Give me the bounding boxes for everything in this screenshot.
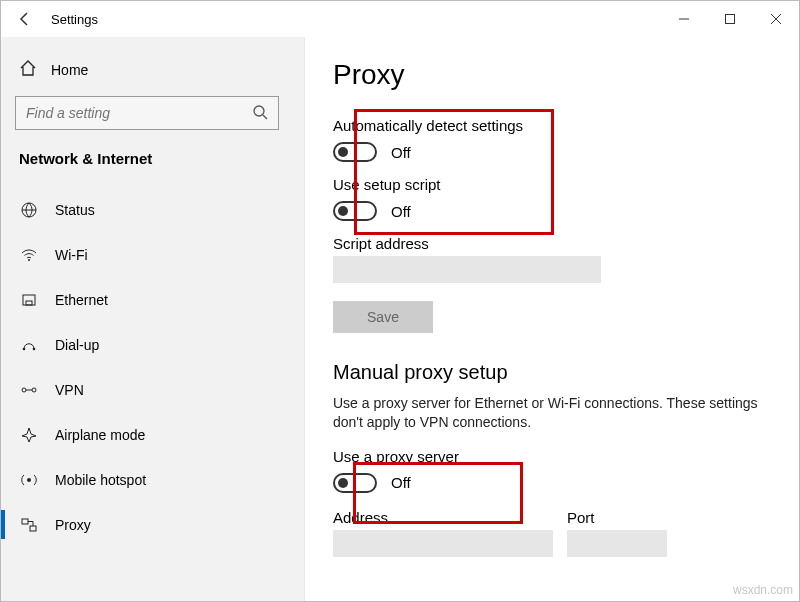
address-label: Address (333, 509, 553, 526)
window-title: Settings (45, 12, 98, 27)
search-input[interactable] (26, 105, 252, 121)
home-button[interactable]: Home (1, 51, 304, 88)
use-proxy-toggle[interactable] (333, 473, 377, 493)
auto-detect-state: Off (391, 144, 411, 161)
svg-point-9 (32, 388, 36, 392)
script-address-label: Script address (333, 235, 773, 252)
sidebar-item-hotspot[interactable]: Mobile hotspot (1, 457, 304, 502)
sidebar-nav: Status Wi-Fi Ethernet Dial-up VPN (1, 187, 304, 601)
dialup-icon (19, 336, 39, 354)
sidebar-item-label: VPN (55, 382, 84, 398)
auto-detect-label: Automatically detect settings (333, 117, 773, 134)
use-proxy-label: Use a proxy server (333, 448, 773, 465)
search-icon (252, 104, 268, 123)
minimize-button[interactable] (661, 1, 707, 37)
sidebar-item-dialup[interactable]: Dial-up (1, 322, 304, 367)
setup-script-toggle[interactable] (333, 201, 377, 221)
svg-point-3 (28, 259, 30, 261)
minimize-icon (679, 14, 689, 24)
search-field[interactable] (15, 96, 279, 130)
setup-script-label: Use setup script (333, 176, 773, 193)
watermark: wsxdn.com (733, 583, 793, 597)
sidebar-item-vpn[interactable]: VPN (1, 367, 304, 412)
svg-rect-11 (22, 519, 28, 524)
airplane-icon (19, 426, 39, 444)
window-controls (661, 1, 799, 37)
script-address-input[interactable] (333, 256, 601, 283)
vpn-icon (19, 381, 39, 399)
sidebar-item-label: Proxy (55, 517, 91, 533)
sidebar-item-label: Ethernet (55, 292, 108, 308)
manual-heading: Manual proxy setup (333, 361, 773, 384)
sidebar-item-proxy[interactable]: Proxy (1, 502, 304, 547)
svg-rect-5 (26, 301, 32, 305)
sidebar-item-label: Status (55, 202, 95, 218)
svg-rect-12 (30, 526, 36, 531)
sidebar-item-label: Dial-up (55, 337, 99, 353)
setup-script-state: Off (391, 203, 411, 220)
wifi-icon (19, 246, 39, 264)
hotspot-icon (19, 471, 39, 489)
maximize-button[interactable] (707, 1, 753, 37)
sidebar-item-ethernet[interactable]: Ethernet (1, 277, 304, 322)
save-button[interactable]: Save (333, 301, 433, 333)
titlebar: Settings (1, 1, 799, 37)
svg-point-1 (254, 106, 264, 116)
home-icon (19, 59, 37, 80)
svg-point-10 (27, 478, 31, 482)
port-label: Port (567, 509, 667, 526)
auto-detect-toggle[interactable] (333, 142, 377, 162)
sidebar-item-label: Airplane mode (55, 427, 145, 443)
use-proxy-state: Off (391, 474, 411, 491)
page-title: Proxy (333, 59, 773, 91)
address-input[interactable] (333, 530, 553, 557)
port-input[interactable] (567, 530, 667, 557)
back-arrow-icon (17, 11, 33, 27)
manual-desc: Use a proxy server for Ethernet or Wi-Fi… (333, 394, 773, 432)
back-button[interactable] (5, 1, 45, 37)
sidebar-item-wifi[interactable]: Wi-Fi (1, 232, 304, 277)
sidebar-section-title: Network & Internet (1, 140, 304, 173)
maximize-icon (725, 14, 735, 24)
svg-rect-0 (726, 15, 735, 24)
close-button[interactable] (753, 1, 799, 37)
proxy-icon (19, 516, 39, 534)
sidebar: Home Network & Internet Status (1, 37, 305, 601)
svg-point-8 (22, 388, 26, 392)
sidebar-item-airplane[interactable]: Airplane mode (1, 412, 304, 457)
svg-point-6 (23, 347, 26, 350)
settings-window: Settings Home (0, 0, 800, 602)
home-label: Home (51, 62, 88, 78)
sidebar-item-label: Mobile hotspot (55, 472, 146, 488)
globe-icon (19, 201, 39, 219)
close-icon (771, 14, 781, 24)
svg-rect-4 (23, 295, 35, 305)
sidebar-item-label: Wi-Fi (55, 247, 88, 263)
ethernet-icon (19, 291, 39, 309)
svg-point-7 (33, 347, 36, 350)
main-panel: Proxy Automatically detect settings Off … (305, 37, 799, 601)
sidebar-item-status[interactable]: Status (1, 187, 304, 232)
